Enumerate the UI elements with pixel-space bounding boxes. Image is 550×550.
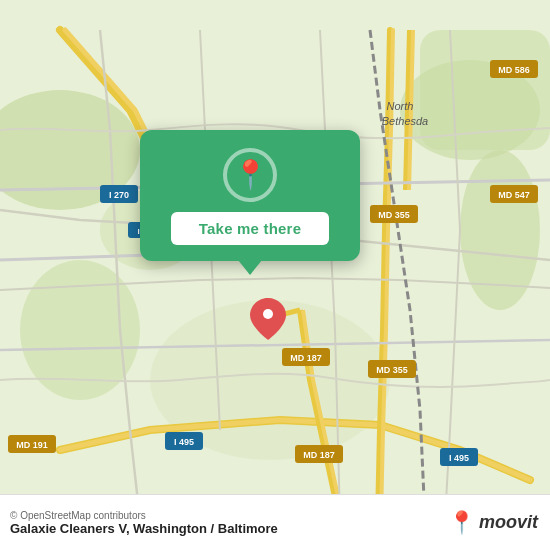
moovit-logo: 📍 moovit bbox=[448, 510, 538, 536]
svg-text:Bethesda: Bethesda bbox=[382, 115, 428, 127]
svg-text:I 495: I 495 bbox=[174, 437, 194, 447]
svg-text:MD 191: MD 191 bbox=[16, 440, 48, 450]
popup-card: 📍 Take me there bbox=[140, 130, 360, 261]
svg-text:MD 355: MD 355 bbox=[376, 365, 408, 375]
take-me-there-button[interactable]: Take me there bbox=[171, 212, 329, 245]
location-icon-wrapper: 📍 bbox=[223, 148, 277, 202]
svg-text:MD 355: MD 355 bbox=[378, 210, 410, 220]
map-background: I 270 I 2 I 495 I 495 MD 355 MD 355 MD 1… bbox=[0, 0, 550, 550]
bottom-bar: © OpenStreetMap contributors Galaxie Cle… bbox=[0, 494, 550, 550]
svg-text:MD 586: MD 586 bbox=[498, 65, 530, 75]
location-title: Galaxie Cleaners V, Washington / Baltimo… bbox=[10, 521, 278, 536]
svg-point-36 bbox=[263, 309, 273, 319]
bottom-left-info: © OpenStreetMap contributors Galaxie Cle… bbox=[10, 510, 278, 536]
svg-text:MD 187: MD 187 bbox=[290, 353, 322, 363]
svg-text:I 495: I 495 bbox=[449, 453, 469, 463]
svg-text:MD 187: MD 187 bbox=[303, 450, 335, 460]
svg-text:MD 547: MD 547 bbox=[498, 190, 530, 200]
moovit-pin-icon: 📍 bbox=[448, 510, 475, 536]
svg-text:I 270: I 270 bbox=[109, 190, 129, 200]
map-container: I 270 I 2 I 495 I 495 MD 355 MD 355 MD 1… bbox=[0, 0, 550, 550]
moovit-brand-text: moovit bbox=[479, 512, 538, 533]
copyright-text: © OpenStreetMap contributors bbox=[10, 510, 278, 521]
location-pin-icon: 📍 bbox=[233, 161, 268, 189]
svg-text:North: North bbox=[387, 100, 414, 112]
